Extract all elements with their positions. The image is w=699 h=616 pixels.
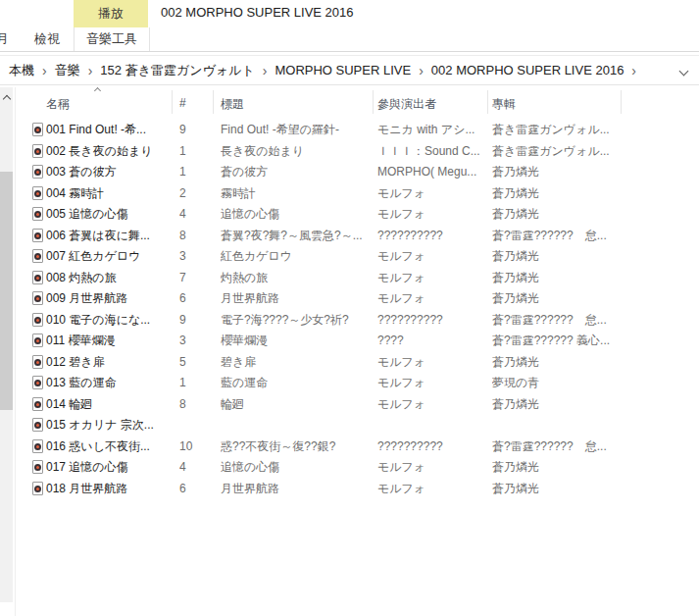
breadcrumb-separator-icon: › bbox=[88, 64, 93, 77]
header-separator[interactable] bbox=[172, 90, 173, 114]
song-title: 追憶の心傷 bbox=[221, 204, 373, 226]
artist: モルフォ bbox=[377, 352, 487, 374]
music-file-icon bbox=[32, 439, 43, 453]
file-name: 014 輪廻 bbox=[46, 394, 174, 416]
music-file-icon bbox=[32, 313, 43, 327]
music-file-icon bbox=[32, 186, 43, 200]
breadcrumb-item[interactable]: 音樂 bbox=[55, 62, 80, 79]
breadcrumb-item[interactable]: 本機 bbox=[9, 62, 34, 79]
track-number: 8 bbox=[179, 226, 209, 247]
music-file-icon bbox=[32, 249, 43, 263]
table-row[interactable]: 001 Find Out! -希... 9 Find Out! -希望の羅針- … bbox=[0, 120, 699, 141]
album: 蒼?雷霆?????? 義心... bbox=[492, 331, 622, 352]
artist: モルフォ bbox=[377, 394, 487, 416]
breadcrumb-item[interactable]: 002 MORPHO SUPER LIVE 2016 bbox=[431, 63, 624, 77]
album bbox=[492, 415, 622, 436]
table-row[interactable]: 018 月世界航路 6 月世界航路 モルフォ 蒼乃燐光 bbox=[0, 479, 699, 500]
breadcrumb-separator-icon: › bbox=[631, 64, 636, 77]
column-header-album[interactable]: 專輯 bbox=[492, 96, 516, 113]
file-name: 007 紅色カゲロウ bbox=[46, 246, 174, 268]
track-number bbox=[179, 415, 209, 436]
file-name: 012 碧き扉 bbox=[46, 352, 174, 374]
artist: モルフォ bbox=[377, 246, 487, 268]
file-name: 016 惑いし不夜街... bbox=[46, 436, 174, 458]
file-name: 003 蒼の彼方 bbox=[46, 162, 174, 183]
table-row[interactable]: 007 紅色カゲロウ 3 紅色カゲロウ モルフォ 蒼乃燐光 bbox=[0, 246, 699, 268]
music-file-icon bbox=[32, 271, 43, 284]
artist: ?????????? bbox=[377, 310, 487, 332]
table-row[interactable]: 013 藍の運命 1 藍の運命 モルフォ 夢現の青 bbox=[0, 373, 699, 394]
table-row[interactable]: 004 霧時計 2 霧時計 モルフォ 蒼乃燐光 bbox=[0, 183, 699, 205]
breadcrumb-segment: MORPHO SUPER LIVE › bbox=[275, 63, 430, 77]
table-row[interactable]: 008 灼熱の旅 7 灼熱の旅 モルフォ 蒼乃燐光 bbox=[0, 268, 699, 289]
contextual-tab-play[interactable]: 播放 bbox=[74, 0, 148, 27]
music-file-icon bbox=[32, 291, 43, 305]
header-separator[interactable] bbox=[373, 90, 374, 114]
table-row[interactable]: 012 碧き扉 5 碧き扉 モルフォ 蒼乃燐光 bbox=[0, 352, 699, 374]
table-row[interactable]: 009 月世界航路 6 月世界航路 モルフォ 蒼乃燐光 bbox=[0, 288, 699, 310]
song-title: 霧時計 bbox=[221, 183, 373, 205]
header-separator[interactable] bbox=[487, 90, 488, 114]
track-number: 4 bbox=[179, 457, 209, 479]
file-name: 011 櫻華爛漫 bbox=[46, 331, 174, 352]
column-header-title[interactable]: 標題 bbox=[221, 96, 244, 113]
album: 蒼乃燐光 bbox=[492, 183, 622, 205]
track-number: 6 bbox=[179, 288, 209, 310]
table-row[interactable]: 002 長き夜の始まり 1 長き夜の始まり ＩＩＩ：Sound C... 蒼き雷… bbox=[0, 141, 699, 163]
address-bar[interactable]: 本機 › 音樂 › 152 蒼き雷霆ガンヴォルト › MORPHO SUPER … bbox=[0, 55, 699, 85]
tab-share-partial[interactable]: 月 bbox=[0, 27, 12, 51]
file-name: 004 霧時計 bbox=[46, 183, 174, 205]
breadcrumb-item[interactable]: MORPHO SUPER LIVE bbox=[275, 63, 411, 77]
song-title bbox=[221, 415, 373, 436]
artist: モルフォ bbox=[377, 183, 487, 205]
track-number: 3 bbox=[179, 331, 209, 352]
table-row[interactable]: 010 電子の海にな... 9 電子?海????～少女?祈? ?????????… bbox=[0, 310, 699, 332]
tab-view[interactable]: 檢視 bbox=[25, 27, 69, 51]
address-dropdown-icon[interactable] bbox=[680, 68, 688, 76]
header-separator[interactable] bbox=[621, 90, 622, 114]
table-row[interactable]: 006 蒼翼は夜に舞... 8 蒼翼?夜?舞?～風雲急?～... ???????… bbox=[0, 226, 699, 247]
artist: モルフォ bbox=[377, 288, 487, 310]
column-header-name[interactable]: 名稱 bbox=[46, 96, 70, 113]
song-title: 藍の運命 bbox=[221, 373, 373, 394]
header-separator[interactable] bbox=[213, 90, 214, 114]
file-name: 013 藍の運命 bbox=[46, 373, 174, 394]
music-file-icon bbox=[32, 229, 43, 242]
table-row[interactable]: 005 追憶の心傷 4 追憶の心傷 モルフォ 蒼乃燐光 bbox=[0, 204, 699, 226]
table-row[interactable]: 017 追憶の心傷 4 追憶の心傷 モルフォ 蒼乃燐光 bbox=[0, 457, 699, 479]
music-file-icon bbox=[32, 355, 43, 369]
song-title: 月世界航路 bbox=[221, 479, 373, 500]
breadcrumb-separator-icon: › bbox=[263, 64, 268, 77]
table-row[interactable]: 015 オカリナ 宗次... bbox=[0, 415, 699, 436]
sort-ascending-icon bbox=[95, 88, 103, 94]
tab-music-tools[interactable]: 音樂工具 bbox=[74, 27, 150, 51]
file-name: 009 月世界航路 bbox=[46, 288, 174, 310]
column-header-artist[interactable]: 參與演出者 bbox=[377, 96, 436, 113]
file-name: 010 電子の海にな... bbox=[46, 310, 174, 332]
file-name: 017 追憶の心傷 bbox=[46, 457, 174, 479]
track-number: 10 bbox=[179, 436, 209, 458]
music-file-icon bbox=[32, 334, 43, 347]
table-row[interactable]: 003 蒼の彼方 1 蒼の彼方 MORPHO( Megu... 蒼乃燐光 bbox=[0, 162, 699, 183]
album: 蒼?雷霆?????? 怠... bbox=[492, 310, 622, 332]
music-file-icon bbox=[32, 397, 43, 411]
artist: MORPHO( Megu... bbox=[377, 162, 487, 183]
track-number: 2 bbox=[179, 183, 209, 205]
music-file-icon bbox=[32, 207, 43, 221]
file-name: 006 蒼翼は夜に舞... bbox=[46, 226, 174, 247]
column-header-track[interactable]: # bbox=[179, 96, 186, 110]
album: 蒼き雷霆ガンヴォル... bbox=[492, 120, 622, 141]
file-name: 005 追憶の心傷 bbox=[46, 204, 174, 226]
table-row[interactable]: 016 惑いし不夜街... 10 惑??不夜街～復??銀? ??????????… bbox=[0, 436, 699, 458]
ribbon-divider bbox=[0, 51, 699, 52]
scroll-up-icon[interactable] bbox=[0, 91, 13, 103]
album: 蒼乃燐光 bbox=[492, 204, 622, 226]
artist: モルフォ bbox=[377, 204, 487, 226]
table-row[interactable]: 014 輪廻 8 輪廻 モルフォ 蒼乃燐光 bbox=[0, 394, 699, 416]
breadcrumb-segment: 音樂 › bbox=[55, 62, 101, 79]
breadcrumb-item[interactable]: 152 蒼き雷霆ガンヴォルト bbox=[100, 62, 254, 79]
table-row[interactable]: 011 櫻華爛漫 3 櫻華爛漫 ???? 蒼?雷霆?????? 義心... bbox=[0, 331, 699, 352]
artist: ?????????? bbox=[377, 226, 487, 247]
breadcrumb-separator-icon: › bbox=[419, 64, 424, 77]
ribbon-tab-row: 月 檢視 音樂工具 bbox=[0, 27, 699, 52]
